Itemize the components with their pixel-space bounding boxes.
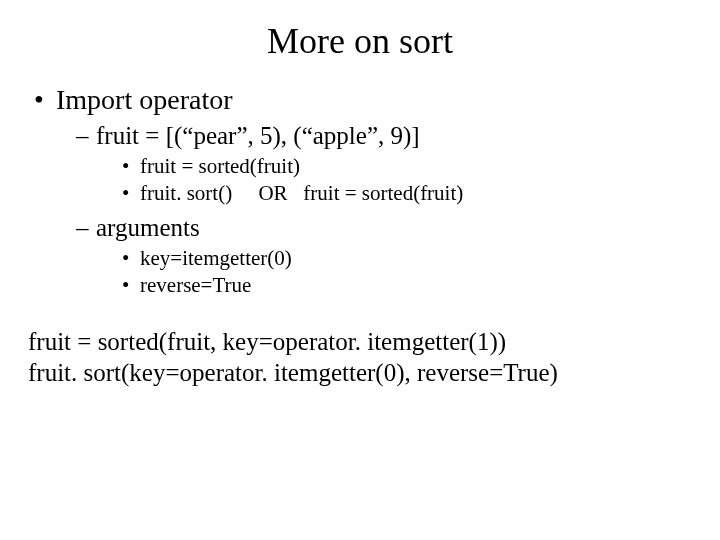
l3b-item-reverse: reverse=True xyxy=(122,273,692,298)
l2-text: fruit = [(“pear”, 5), (“apple”, 9)] xyxy=(96,122,420,149)
slide: More on sort Import operator fruit = [(“… xyxy=(0,0,720,540)
l2-item-fruit-def: fruit = [(“pear”, 5), (“apple”, 9)] frui… xyxy=(76,122,692,206)
example-code-block: fruit = sorted(fruit, key=operator. item… xyxy=(28,326,692,389)
l3b-text: reverse=True xyxy=(140,273,251,297)
example-line-1: fruit = sorted(fruit, key=operator. item… xyxy=(28,326,692,357)
l3b-text: key=itemgetter(0) xyxy=(140,246,292,270)
bullet-list-level3a: fruit = sorted(fruit) fruit. sort() OR f… xyxy=(76,154,692,206)
l3b-item-key: key=itemgetter(0) xyxy=(122,246,692,271)
l3a-text: fruit = sorted(fruit) xyxy=(140,154,300,178)
example-line-2: fruit. sort(key=operator. itemgetter(0),… xyxy=(28,357,692,388)
l3a-item-sort-or: fruit. sort() OR fruit = sorted(fruit) xyxy=(122,181,692,206)
l3a-item-sorted: fruit = sorted(fruit) xyxy=(122,154,692,179)
slide-title: More on sort xyxy=(28,20,692,62)
l3a-text: fruit. sort() OR fruit = sorted(fruit) xyxy=(140,181,463,205)
l1-item-import-operator: Import operator fruit = [(“pear”, 5), (“… xyxy=(34,84,692,298)
l2-text: arguments xyxy=(96,214,200,241)
l1-text: Import operator xyxy=(56,84,233,115)
bullet-list-level1: Import operator fruit = [(“pear”, 5), (“… xyxy=(28,84,692,298)
bullet-list-level2: fruit = [(“pear”, 5), (“apple”, 9)] frui… xyxy=(34,122,692,298)
l2-item-arguments: arguments key=itemgetter(0) reverse=True xyxy=(76,214,692,298)
bullet-list-level3b: key=itemgetter(0) reverse=True xyxy=(76,246,692,298)
